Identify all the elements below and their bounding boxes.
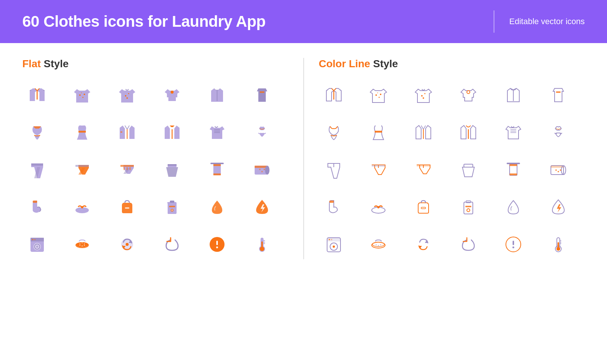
- svg-point-98: [555, 169, 557, 171]
- flat-icon-tshirt-stained: [67, 81, 97, 111]
- cl-icon-sweater: [498, 118, 528, 148]
- svg-rect-93: [510, 164, 517, 166]
- svg-rect-38: [170, 201, 174, 203]
- flat-icon-purse: [112, 192, 142, 222]
- flat-icon-onesie: [157, 81, 187, 111]
- cl-icon-sock: [319, 192, 349, 222]
- svg-point-119: [380, 244, 381, 246]
- svg-point-122: [513, 247, 514, 248]
- flat-icon-thermometer: [247, 230, 277, 259]
- svg-rect-10: [78, 131, 86, 133]
- colorline-highlight: Color Line: [319, 58, 370, 69]
- svg-point-29: [265, 166, 269, 175]
- flat-icon-steam-disc: [67, 230, 97, 259]
- svg-point-7: [126, 97, 128, 99]
- svg-rect-105: [464, 202, 473, 214]
- svg-rect-121: [513, 241, 514, 245]
- cl-icon-swimsuit: [319, 118, 349, 148]
- cl-icon-jacket: [319, 81, 349, 111]
- cl-icon-onesie: [453, 81, 483, 111]
- svg-point-118: [378, 245, 379, 246]
- cl-icon-purse: [409, 192, 438, 222]
- flat-icon-dress-belt: [67, 118, 97, 148]
- svg-rect-11: [120, 131, 122, 133]
- flat-style-title: Flat Style: [22, 58, 288, 70]
- page-header: 60 Clothes icons for Laundry App Editabl…: [0, 0, 607, 43]
- cl-icon-water-drop: [498, 192, 528, 222]
- flat-icon-open-blazer: [157, 118, 187, 148]
- svg-rect-78: [556, 91, 561, 93]
- svg-rect-20: [129, 167, 131, 170]
- svg-point-53: [84, 245, 85, 246]
- flat-icon-skirt: [157, 155, 187, 185]
- svg-rect-25: [213, 164, 221, 166]
- flat-icon-sock: [22, 192, 52, 222]
- cl-icon-washing-machine: [319, 230, 349, 259]
- flat-icon-vest: [202, 81, 232, 111]
- svg-rect-104: [421, 207, 426, 209]
- cl-icon-pants: [319, 155, 349, 185]
- svg-point-55: [81, 243, 83, 244]
- svg-rect-19: [126, 167, 128, 170]
- svg-rect-16: [75, 165, 89, 167]
- flat-icon-lightning-drop: [247, 192, 277, 222]
- header-divider: [494, 10, 494, 33]
- flat-icon-jacket: [22, 81, 52, 111]
- svg-point-4: [84, 94, 85, 95]
- cl-icon-swim-shorts: [409, 155, 438, 185]
- svg-point-108: [467, 209, 470, 212]
- flat-icon-towel: [202, 155, 232, 185]
- flat-icon-swim-shorts: [112, 155, 142, 185]
- flat-icon-detergent: [157, 192, 187, 222]
- cl-icon-tank-top: [543, 81, 573, 111]
- svg-point-3: [81, 92, 82, 93]
- flat-icon-polo-stained: [112, 81, 142, 111]
- svg-point-112: [333, 246, 335, 248]
- svg-rect-89: [417, 165, 430, 167]
- svg-point-32: [264, 169, 265, 170]
- flat-icon-tank-top: [247, 81, 277, 111]
- svg-point-8: [171, 91, 174, 94]
- colorline-rest: Style: [370, 58, 398, 69]
- cl-icon-skirt: [453, 155, 483, 185]
- flat-highlight: Flat: [22, 58, 41, 69]
- svg-point-5: [125, 95, 126, 97]
- svg-rect-17: [120, 165, 134, 167]
- cl-icon-polo-stained: [409, 81, 438, 111]
- svg-rect-12: [214, 129, 220, 130]
- svg-point-65: [260, 247, 264, 251]
- svg-point-54: [79, 243, 80, 244]
- cl-icon-towel: [498, 155, 528, 185]
- svg-rect-82: [510, 129, 516, 130]
- svg-point-75: [424, 93, 426, 94]
- cl-icon-thermometer: [543, 230, 573, 259]
- flat-icon-blazer: [112, 118, 142, 148]
- cl-icon-flipflop: [364, 192, 393, 222]
- svg-rect-87: [372, 165, 385, 167]
- svg-point-51: [79, 245, 80, 246]
- svg-point-114: [331, 239, 332, 240]
- svg-point-103: [377, 206, 380, 208]
- svg-point-30: [259, 169, 261, 170]
- svg-point-47: [32, 239, 33, 240]
- svg-point-73: [380, 94, 381, 95]
- svg-point-6: [128, 93, 129, 94]
- svg-rect-39: [169, 206, 175, 207]
- flat-icon-refresh: [112, 230, 142, 259]
- cl-icon-tshirt-stained: [364, 81, 393, 111]
- svg-rect-28: [255, 166, 267, 168]
- cl-icon-detergent: [453, 192, 483, 222]
- flat-icon-washing-machine: [22, 230, 52, 259]
- cl-icon-open-blazer: [453, 118, 483, 148]
- svg-point-113: [329, 239, 330, 240]
- flat-rest: Style: [41, 58, 69, 69]
- flat-icon-grid: [22, 81, 288, 259]
- svg-point-48: [34, 239, 36, 240]
- svg-point-117: [376, 244, 377, 246]
- header-title: 60 Clothes icons for Laundry App: [22, 13, 266, 30]
- cl-icon-dress-belt: [364, 118, 393, 148]
- header-subtitle: Editable vector icons: [509, 17, 585, 26]
- svg-rect-107: [465, 206, 471, 207]
- cl-icon-warning: [498, 230, 528, 259]
- svg-point-1: [79, 94, 81, 96]
